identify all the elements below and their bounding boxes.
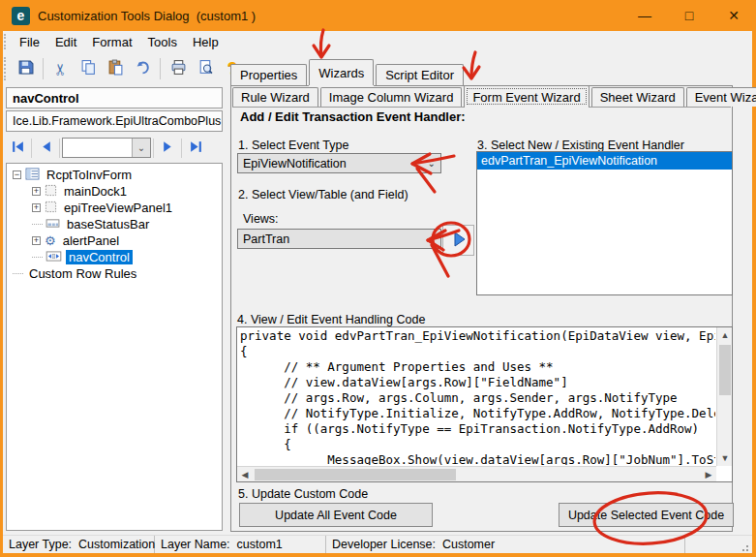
step1-label: 1. Select Event Type [238,139,348,152]
code-editor[interactable]: private void edvPartTran_EpiViewNotifica… [236,326,733,482]
tree-item-custom-row-rules[interactable]: Custom Row Rules [7,265,222,282]
collapse-minus-icon[interactable]: − [13,170,21,179]
tab-form-event-wizard[interactable]: Form Event Wizard [464,85,589,108]
chevron-down-icon[interactable]: ⌄ [428,158,436,169]
print-button[interactable] [166,56,191,81]
scroll-down-icon[interactable]: ▼ [717,450,733,466]
tree-item-rcpttoinvform[interactable]: −RcptToInvForm [7,167,222,183]
undo-button[interactable] [130,56,155,81]
toolbar-grip [4,57,9,80]
resize-grip[interactable] [741,542,750,551]
vertical-scroll-thumb[interactable] [719,345,731,395]
tree-item-label[interactable]: epiTreeViewPanel1 [61,201,175,215]
step5-label: 5. Update Custom Code [238,487,368,501]
update-all-event-code-button[interactable]: Update All Event Code [239,503,433,527]
dotted-panel-icon [45,184,57,200]
next-record-icon [161,139,175,157]
tree-item-label[interactable]: baseStatusBar [64,217,152,232]
first-record-icon [11,139,25,157]
tree-item-navcontrol[interactable]: navControl [7,249,222,265]
print-preview-button[interactable] [193,56,218,81]
tab-image-column-wizard[interactable]: Image Column Wizard [320,87,463,107]
menu-bar: FileEditFormatToolsHelp [3,31,752,52]
previous-record-button[interactable] [34,137,57,159]
menu-tools[interactable]: Tools [140,33,185,51]
form-icon [25,168,40,183]
wizard-heading: Add / Edit Transaction Event Handler: [240,109,466,124]
menu-help[interactable]: Help [185,33,227,51]
views-label: Views: [243,212,279,226]
code-text[interactable]: private void edvPartTran_EpiViewNotifica… [240,328,715,465]
tab-sheet-wizard[interactable]: Sheet Wizard [591,87,684,107]
toolbar-separator [43,58,44,79]
paste-button[interactable] [103,56,128,81]
tree-item-label[interactable]: RcptToInvForm [44,168,135,182]
scroll-left-icon[interactable]: ◀ [237,467,253,482]
chevron-down-icon[interactable]: ⌄ [132,139,150,157]
nav-separator [153,139,154,158]
save-button[interactable] [13,56,38,81]
undo-icon [135,59,151,78]
customization-tools-dialog: e Customization Tools Dialog (custom1 ) … [0,0,756,557]
step3-label: 3. Select New / Existing Event Handler [477,139,684,152]
horizontal-scroll-thumb[interactable] [255,469,456,480]
tab-script-editor[interactable]: Script Editor [376,64,464,85]
menu-file[interactable]: File [12,33,47,51]
menu-edit[interactable]: Edit [47,33,84,51]
nav-separator [31,139,32,158]
views-combobox[interactable]: PartTran ⌄ [237,229,441,249]
title-bar: e Customization Tools Dialog (custom1 ) … [0,0,756,31]
tab-event-wizard[interactable]: Event Wizard [686,87,756,107]
update-selected-event-code-button[interactable]: Update Selected Event Code [559,503,734,527]
event-handler-listbox[interactable]: edvPartTran_EpiViewNotification [476,151,733,295]
menu-format[interactable]: Format [84,33,139,51]
step4-label: 4. View / Edit Event Handling Code [237,313,425,326]
scroll-up-icon[interactable]: ▲ [717,327,733,343]
minimize-button[interactable]: — [622,0,667,31]
last-record-icon [189,139,203,157]
tree-item-alertpanel[interactable]: +⚙alertPanel [7,232,222,249]
expand-plus-icon[interactable]: + [32,187,41,196]
window-controls: —□✕ [622,0,756,31]
print-preview-icon [197,59,214,78]
scroll-right-icon[interactable]: ▶ [701,467,716,482]
next-record-button[interactable] [156,137,179,159]
handler-list-item[interactable]: edvPartTran_EpiViewNotification [477,152,732,170]
horizontal-scrollbar[interactable]: ◀ ▶ [237,466,716,481]
event-type-combobox[interactable]: EpiViewNotification ⌄ [237,153,441,173]
tree-item-maindock1[interactable]: +mainDock1 [7,183,222,200]
gear-icon: ⚙ [45,234,56,247]
tab-wizards[interactable]: Wizards [309,59,374,85]
wizard-tab-strip: Rule WizardImage Column WizardForm Event… [232,86,731,108]
nav-separator [181,139,182,158]
close-button[interactable]: ✕ [711,0,756,31]
paste-icon [107,59,124,78]
chevron-down-icon[interactable]: ⌄ [428,233,436,244]
copy-button[interactable] [76,56,101,81]
tree-item-label[interactable]: alertPanel [60,233,123,248]
tab-properties[interactable]: Properties [230,64,307,85]
tree-item-basestatusbar[interactable]: baseStatusBar [7,216,222,232]
step2-label: 2. Select View/Table (and Field) [238,188,408,201]
tree-item-label[interactable]: mainDock1 [61,184,130,199]
vertical-scrollbar[interactable]: ▲ ▼ [716,327,732,466]
tree-item-label[interactable]: Custom Row Rules [26,266,139,281]
last-record-button[interactable] [184,137,207,159]
expand-plus-icon[interactable]: + [32,236,41,245]
tree-item-label[interactable]: navControl [66,250,133,264]
selected-control-class: Ice.Lib.Framework.EpiUltraComboPlus [6,110,223,132]
tab-rule-wizard[interactable]: Rule Wizard [232,87,318,107]
selected-control-name: navControl [6,87,223,108]
window-title: Customization Tools Dialog (custom1 ) [38,9,256,23]
first-record-button[interactable] [6,137,29,159]
cut-button[interactable]: ✂ [48,56,74,81]
nav-separator [59,139,60,158]
apply-view-button[interactable] [442,225,474,256]
tree-item-epitreeviewpanel1[interactable]: +epiTreeViewPanel1 [7,200,222,216]
maximize-button[interactable]: □ [667,0,711,31]
main-tab-strip: PropertiesWizardsScript Editor [230,59,466,85]
play-icon [449,230,469,252]
status-bar: Layer Type: CustomizationLayer Name: cus… [3,535,752,553]
expand-plus-icon[interactable]: + [32,203,41,212]
record-combobox[interactable]: ⌄ [62,138,151,158]
